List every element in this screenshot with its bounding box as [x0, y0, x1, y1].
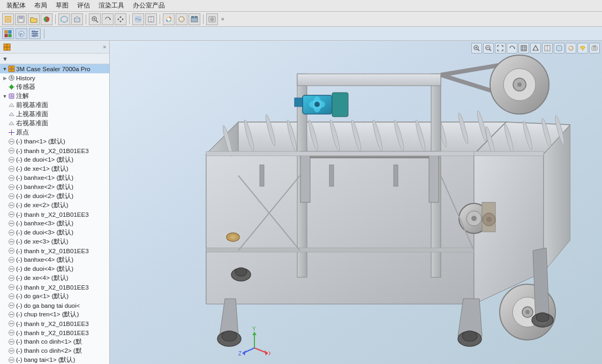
tree-item-history[interactable]: ▶ History — [0, 73, 109, 82]
svg-rect-205 — [521, 46, 526, 51]
viewport-3d[interactable]: X Y Z — [110, 41, 602, 364]
list-item[interactable]: (-) banhxe<1> (默认) — [0, 173, 109, 183]
vp-fit-btn[interactable] — [495, 43, 506, 54]
tb-zoom[interactable] — [89, 13, 101, 25]
list-item[interactable]: (-) banhxe<3> (默认) — [0, 219, 109, 228]
vp-rotate-btn[interactable] — [507, 43, 517, 54]
menu-sketch[interactable]: 草图 — [51, 0, 73, 11]
tb-view2[interactable] — [71, 13, 83, 25]
list-item[interactable]: (-) de xe<1> (默认) — [0, 164, 109, 173]
svg-point-182 — [235, 268, 247, 276]
part-label-17: (-) banhxe<3> (默认) — [16, 219, 73, 228]
tb-open-btn[interactable] — [28, 13, 40, 25]
tb-screenshot[interactable] — [206, 13, 218, 25]
part-label-11: (-) de xe<1> (默认) — [16, 165, 69, 173]
tree-item-top-plane[interactable]: 上视基准面 — [0, 110, 109, 119]
part-icon-25 — [7, 293, 15, 300]
menu-assembly[interactable]: 装配体 — [2, 0, 30, 11]
list-item[interactable]: (-) thanh co dinh<1> (默 — [0, 337, 109, 346]
menu-layout[interactable]: 布局 — [30, 0, 51, 11]
part-label-26: (-) do ga bang tai duoi< — [16, 302, 80, 309]
list-item[interactable]: (-) de duoi<3> (默认) — [0, 228, 109, 237]
tb-shading[interactable] — [132, 13, 144, 25]
feature-tree[interactable]: ▼ 3M Case Sealer 7000a Pro ▶ History — [0, 64, 109, 364]
list-item[interactable]: (-) banhxe<2> (默认) — [0, 183, 109, 192]
svg-rect-4 — [19, 19, 23, 22]
list-item[interactable]: (-) de xe<4> (默认) — [0, 274, 109, 283]
vp-view-orient-btn[interactable] — [518, 43, 529, 54]
part-icon-24 — [7, 284, 15, 291]
tb-view1[interactable] — [58, 13, 70, 25]
tb2-feature-mgr[interactable] — [2, 28, 14, 39]
list-item[interactable]: (-) de xe<2> (默认) — [0, 201, 109, 210]
svg-line-198 — [478, 49, 479, 51]
vp-scene-btn[interactable] — [566, 43, 576, 54]
svg-rect-218 — [592, 47, 597, 50]
list-item[interactable]: (-) thanh tr_X2_01B01EE3 — [0, 328, 109, 337]
svg-text:A: A — [10, 94, 13, 98]
vp-normal-btn[interactable] — [530, 43, 541, 54]
list-item[interactable]: (-) do ga bang tai duoi< — [0, 301, 109, 310]
part-icon-22 — [7, 266, 15, 273]
list-item[interactable]: (-) thanh co dinh<2> (默 — [0, 346, 109, 355]
list-item[interactable]: (-) thanh tr_X2_01B01EE3 — [0, 246, 109, 255]
tb-realview[interactable] — [176, 13, 187, 25]
list-item[interactable]: (-) do ga<1> (默认) — [0, 292, 109, 301]
tb-scene[interactable] — [189, 13, 200, 25]
list-item[interactable]: (-) than<1> (默认) — [0, 137, 109, 146]
tb-color-btn[interactable] — [41, 13, 52, 25]
svg-point-157 — [314, 102, 320, 107]
list-item[interactable]: (-) de xe<3> (默认) — [0, 237, 109, 246]
svg-rect-42 — [4, 44, 7, 47]
vp-display-style-btn[interactable] — [554, 43, 565, 54]
menu-evaluate[interactable]: 评估 — [73, 0, 94, 11]
svg-text:Y: Y — [252, 327, 256, 332]
list-item[interactable]: (-) de duoi<2> (默认) — [0, 192, 109, 201]
tb-section[interactable] — [145, 13, 157, 25]
tb-save-btn[interactable] — [15, 13, 27, 25]
svg-text:X: X — [268, 351, 270, 357]
tree-item-front-plane[interactable]: 前视基准面 — [0, 101, 109, 110]
tb-rotate[interactable] — [102, 13, 114, 25]
menu-office[interactable]: 办公室产品 — [129, 0, 169, 11]
part-icon-27 — [7, 311, 15, 318]
tb-color-wheel[interactable] — [163, 13, 175, 25]
root-expand-icon[interactable]: ▼ — [2, 66, 7, 72]
svg-rect-193 — [474, 151, 544, 156]
list-item[interactable]: (-) bang tai<1> (默认) — [0, 355, 109, 364]
origin-icon — [7, 129, 15, 136]
menu-render[interactable]: 渲染工具 — [94, 0, 129, 11]
vp-camera-btn[interactable] — [589, 43, 600, 54]
list-item[interactable]: (-) thanh tr_X2_01B01EE3 — [0, 210, 109, 219]
tree-item-note[interactable]: ▼ A 注解 — [0, 92, 109, 101]
vp-zoom-out-btn[interactable] — [483, 43, 494, 54]
list-item[interactable]: (-) de duoi<1> (默认) — [0, 155, 109, 164]
note-expand[interactable]: ▼ — [2, 94, 7, 99]
svg-marker-204 — [514, 47, 515, 49]
part-label-24: (-) thanh tr_X2_01B01EE3 — [16, 284, 89, 291]
list-item[interactable]: (-) de duoi<4> (默认) — [0, 264, 109, 274]
vp-lights-btn[interactable] — [577, 43, 588, 54]
tree-item-origin[interactable]: 原点 — [0, 128, 109, 137]
part-label-15: (-) de xe<2> (默认) — [16, 201, 69, 209]
list-item[interactable]: (-) thanh tr_X2_01B01EE3 — [0, 283, 109, 292]
tb2-config-mgr[interactable] — [29, 28, 41, 39]
svg-point-212 — [581, 46, 584, 49]
filter-bar: ▼ — [0, 54, 109, 64]
list-item[interactable]: (-) banhxe<4> (默认) — [0, 255, 109, 264]
tree-item-right-plane[interactable]: 右视基准面 — [0, 119, 109, 128]
list-item[interactable]: (-) thanh tr_X2_01B01EE3 — [0, 146, 109, 155]
tb-assembly-btn[interactable] — [2, 13, 14, 25]
svg-rect-47 — [12, 66, 14, 69]
tb2-property-mgr[interactable]: P — [16, 28, 27, 39]
vp-zoom-in-btn[interactable] — [471, 43, 482, 54]
toolbar-expand-btn[interactable]: » — [219, 15, 227, 23]
vp-section-btn[interactable] — [542, 43, 553, 54]
tree-root-item[interactable]: ▼ 3M Case Sealer 7000a Pro — [0, 64, 109, 73]
tb-pan[interactable] — [115, 13, 126, 25]
list-item[interactable]: (-) thanh tr_X2_01B01EE3 — [0, 319, 109, 328]
tree-item-sensor[interactable]: 传感器 — [0, 82, 109, 92]
fm-expand-btn[interactable]: » — [102, 43, 107, 51]
list-item[interactable]: (-) chup tren<1> (默认) — [0, 310, 109, 319]
toolbar-separator-1 — [55, 14, 56, 24]
